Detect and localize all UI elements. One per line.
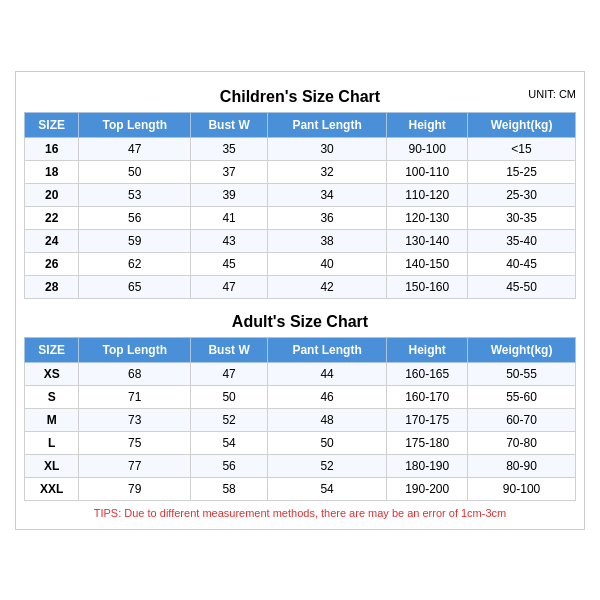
table-cell: 100-110 bbox=[387, 160, 468, 183]
table-cell: 30 bbox=[267, 137, 386, 160]
table-cell: 180-190 bbox=[387, 454, 468, 477]
table-cell: 56 bbox=[79, 206, 191, 229]
table-cell: 20 bbox=[25, 183, 79, 206]
table-cell: 40 bbox=[267, 252, 386, 275]
table-cell: 68 bbox=[79, 362, 191, 385]
table-cell: 160-170 bbox=[387, 385, 468, 408]
table-cell: 52 bbox=[267, 454, 386, 477]
table-cell: 37 bbox=[191, 160, 268, 183]
table-cell: 75 bbox=[79, 431, 191, 454]
table-cell: 190-200 bbox=[387, 477, 468, 500]
table-cell: 45-50 bbox=[468, 275, 576, 298]
table-cell: 45 bbox=[191, 252, 268, 275]
unit-label: UNIT: CM bbox=[528, 88, 576, 100]
col-header-bust-w-a: Bust W bbox=[191, 337, 268, 362]
adult-header-row: SIZE Top Length Bust W Pant Length Heigh… bbox=[25, 337, 576, 362]
table-cell: 60-70 bbox=[468, 408, 576, 431]
table-cell: XXL bbox=[25, 477, 79, 500]
table-cell: 56 bbox=[191, 454, 268, 477]
table-cell: 110-120 bbox=[387, 183, 468, 206]
chart-container: Children's Size Chart UNIT: CM SIZE Top … bbox=[15, 71, 585, 530]
table-row: 18503732100-11015-25 bbox=[25, 160, 576, 183]
table-cell: 54 bbox=[267, 477, 386, 500]
table-cell: 28 bbox=[25, 275, 79, 298]
table-cell: 42 bbox=[267, 275, 386, 298]
table-cell: 50 bbox=[79, 160, 191, 183]
table-cell: 160-165 bbox=[387, 362, 468, 385]
table-cell: 35-40 bbox=[468, 229, 576, 252]
table-cell: L bbox=[25, 431, 79, 454]
children-header-row: SIZE Top Length Bust W Pant Length Heigh… bbox=[25, 112, 576, 137]
table-cell: 39 bbox=[191, 183, 268, 206]
table-cell: 150-160 bbox=[387, 275, 468, 298]
table-cell: 170-175 bbox=[387, 408, 468, 431]
table-row: 26624540140-15040-45 bbox=[25, 252, 576, 275]
table-cell: XS bbox=[25, 362, 79, 385]
table-cell: 47 bbox=[191, 362, 268, 385]
table-cell: 47 bbox=[191, 275, 268, 298]
table-cell: 90-100 bbox=[387, 137, 468, 160]
table-row: L755450175-18070-80 bbox=[25, 431, 576, 454]
table-cell: 130-140 bbox=[387, 229, 468, 252]
table-row: M735248170-17560-70 bbox=[25, 408, 576, 431]
table-cell: 50-55 bbox=[468, 362, 576, 385]
table-cell: 48 bbox=[267, 408, 386, 431]
table-cell: 73 bbox=[79, 408, 191, 431]
children-title-text: Children's Size Chart bbox=[220, 88, 380, 105]
table-cell: 26 bbox=[25, 252, 79, 275]
table-cell: 53 bbox=[79, 183, 191, 206]
col-header-top-length-a: Top Length bbox=[79, 337, 191, 362]
children-section-title: Children's Size Chart UNIT: CM bbox=[24, 82, 576, 108]
col-header-pant-length: Pant Length bbox=[267, 112, 386, 137]
table-cell: <15 bbox=[468, 137, 576, 160]
table-cell: 140-150 bbox=[387, 252, 468, 275]
table-row: XXL795854190-20090-100 bbox=[25, 477, 576, 500]
table-cell: 65 bbox=[79, 275, 191, 298]
table-cell: 59 bbox=[79, 229, 191, 252]
table-cell: 41 bbox=[191, 206, 268, 229]
col-header-height: Height bbox=[387, 112, 468, 137]
table-row: 24594338130-14035-40 bbox=[25, 229, 576, 252]
table-cell: S bbox=[25, 385, 79, 408]
table-cell: 62 bbox=[79, 252, 191, 275]
table-cell: 70-80 bbox=[468, 431, 576, 454]
table-cell: M bbox=[25, 408, 79, 431]
table-cell: 32 bbox=[267, 160, 386, 183]
table-cell: 46 bbox=[267, 385, 386, 408]
table-cell: 58 bbox=[191, 477, 268, 500]
table-cell: 24 bbox=[25, 229, 79, 252]
table-cell: 36 bbox=[267, 206, 386, 229]
table-cell: 80-90 bbox=[468, 454, 576, 477]
table-row: 22564136120-13030-35 bbox=[25, 206, 576, 229]
table-row: XL775652180-19080-90 bbox=[25, 454, 576, 477]
table-cell: 79 bbox=[79, 477, 191, 500]
table-cell: 18 bbox=[25, 160, 79, 183]
col-header-height-a: Height bbox=[387, 337, 468, 362]
table-cell: XL bbox=[25, 454, 79, 477]
table-cell: 55-60 bbox=[468, 385, 576, 408]
col-header-weight: Weight(kg) bbox=[468, 112, 576, 137]
table-cell: 15-25 bbox=[468, 160, 576, 183]
adult-title-text: Adult's Size Chart bbox=[232, 313, 368, 330]
table-cell: 35 bbox=[191, 137, 268, 160]
table-cell: 90-100 bbox=[468, 477, 576, 500]
col-header-size-a: SIZE bbox=[25, 337, 79, 362]
col-header-weight-a: Weight(kg) bbox=[468, 337, 576, 362]
col-header-top-length: Top Length bbox=[79, 112, 191, 137]
table-row: 28654742150-16045-50 bbox=[25, 275, 576, 298]
table-cell: 40-45 bbox=[468, 252, 576, 275]
table-row: XS684744160-16550-55 bbox=[25, 362, 576, 385]
table-cell: 47 bbox=[79, 137, 191, 160]
table-cell: 22 bbox=[25, 206, 79, 229]
table-cell: 38 bbox=[267, 229, 386, 252]
table-cell: 34 bbox=[267, 183, 386, 206]
table-cell: 71 bbox=[79, 385, 191, 408]
table-row: 1647353090-100<15 bbox=[25, 137, 576, 160]
adult-size-table: SIZE Top Length Bust W Pant Length Heigh… bbox=[24, 337, 576, 501]
col-header-size: SIZE bbox=[25, 112, 79, 137]
table-row: S715046160-17055-60 bbox=[25, 385, 576, 408]
table-cell: 50 bbox=[191, 385, 268, 408]
table-cell: 25-30 bbox=[468, 183, 576, 206]
table-cell: 120-130 bbox=[387, 206, 468, 229]
tips-text: TIPS: Due to different measurement metho… bbox=[24, 507, 576, 519]
